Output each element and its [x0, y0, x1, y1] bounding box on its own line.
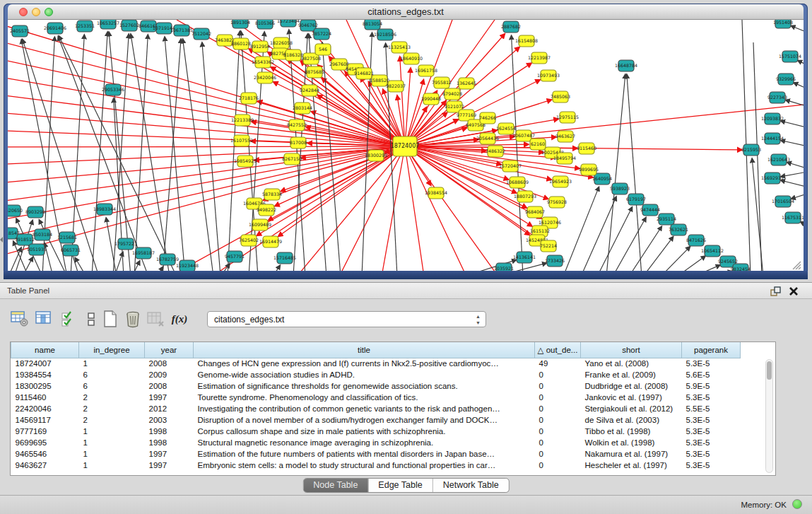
vertical-scrollbar[interactable]	[765, 359, 773, 473]
panel-collapse-arrow-icon[interactable]	[0, 235, 4, 243]
cell: 2003	[145, 414, 194, 426]
cell: 2009	[145, 369, 194, 380]
svg-text:12213987: 12213987	[528, 55, 551, 60]
svg-text:9457791: 9457791	[225, 254, 245, 259]
svg-text:16914479: 16914479	[259, 239, 282, 244]
cell: 49	[535, 358, 581, 369]
table-row[interactable]: 2242004622012Investigating the contribut…	[11, 403, 741, 414]
svg-text:7625402: 7625402	[239, 238, 259, 243]
svg-text:2405571: 2405571	[10, 28, 30, 33]
svg-text:9115460: 9115460	[577, 146, 596, 151]
svg-text:19654923: 19654923	[549, 179, 572, 184]
dropdown-arrows-icon: ▲▼	[476, 313, 481, 326]
svg-text:9051935: 9051935	[27, 247, 47, 252]
svg-text:20691406: 20691406	[44, 25, 66, 30]
resize-grip-icon[interactable]	[793, 262, 801, 269]
svg-text:16107552: 16107552	[230, 138, 253, 143]
table-row[interactable]: 946362711997Embryonic stem cells: a mode…	[11, 460, 741, 471]
column-header-out_de[interactable]: △ out_de...	[535, 342, 581, 358]
cell: 0	[535, 426, 581, 437]
cell: 5.3E-5	[682, 437, 741, 448]
column-header-pagerank[interactable]: pagerank	[682, 342, 741, 358]
svg-text:17016504: 17016504	[772, 199, 794, 204]
table-settings-icon[interactable]	[10, 309, 30, 329]
tab-node-table[interactable]: Node Table	[303, 479, 368, 493]
cell: 1	[79, 460, 145, 471]
table-row[interactable]: 1456911722003Disruption of a novel membe…	[11, 414, 741, 426]
select-all-check-icon[interactable]	[59, 309, 79, 329]
column-header-year[interactable]: year	[145, 342, 194, 358]
network-canvas[interactable]: 2405571206914061253351106532571527602846…	[8, 20, 804, 271]
svg-text:18724007: 18724007	[391, 143, 420, 149]
svg-text:6065731: 6065731	[61, 247, 81, 252]
svg-text:8267150: 8267150	[282, 156, 302, 161]
cell: 14569117	[11, 414, 79, 426]
unselect-rows-icon[interactable]	[82, 309, 102, 329]
tab-edge-table[interactable]: Edge Table	[368, 479, 433, 493]
svg-text:9046762: 9046762	[298, 23, 318, 28]
cell: 2012	[145, 403, 194, 414]
svg-text:16154808: 16154808	[515, 38, 538, 43]
svg-text:7486322: 7486322	[486, 148, 505, 153]
cell: 2	[79, 403, 145, 414]
svg-text:2718176: 2718176	[239, 95, 259, 100]
svg-text:7857224: 7857224	[312, 31, 331, 36]
svg-text:7512042: 7512042	[192, 31, 211, 36]
svg-text:1891304: 1891304	[230, 20, 250, 25]
window-titlebar[interactable]: citations_edges.txt	[8, 4, 804, 20]
cell: 0	[535, 414, 581, 426]
memory-ok-indicator-icon	[792, 499, 802, 509]
cell: 1998	[145, 437, 194, 448]
cell: 0	[535, 448, 581, 460]
table-row[interactable]: 1830029562008Estimation of significance …	[11, 380, 741, 392]
close-panel-icon[interactable]	[788, 286, 799, 297]
table-row[interactable]: 1938455462009Genome-wide association stu…	[11, 369, 741, 380]
svg-text:7485063: 7485063	[551, 94, 570, 99]
svg-text:29053346: 29053346	[102, 87, 124, 92]
svg-text:15723404: 15723404	[277, 20, 300, 23]
column-header-short[interactable]: short	[581, 342, 682, 358]
table-row[interactable]: 911546021997Tourette syndrome. Phenomeno…	[11, 392, 741, 403]
svg-text:8105366: 8105366	[255, 21, 275, 25]
cell: 9465546	[11, 448, 79, 460]
svg-text:9777169: 9777169	[457, 112, 476, 117]
table-row[interactable]: 946554611997Estimation of the future num…	[11, 448, 741, 460]
float-window-icon[interactable]	[770, 286, 781, 297]
table-row[interactable]: 977716911998Corpus callosum shape and si…	[11, 426, 741, 437]
table-header-row[interactable]: namein_degreeyeartitle△ out_de...shortpa…	[11, 342, 741, 358]
svg-text:9242844: 9242844	[300, 88, 319, 93]
svg-text:1733426: 1733426	[545, 258, 565, 263]
column-header-title[interactable]: title	[194, 342, 535, 358]
svg-text:8471626: 8471626	[686, 238, 706, 243]
svg-text:7632621: 7632621	[669, 227, 688, 232]
table-source-dropdown[interactable]: citations_edges.txt ▲▼	[207, 311, 486, 327]
svg-text:817008: 817008	[290, 140, 307, 145]
table-row[interactable]: 969969511998Structural magnetic resonanc…	[11, 437, 741, 448]
function-builder-icon[interactable]: f(x)	[170, 309, 189, 329]
svg-text:18983344: 18983344	[93, 206, 116, 211]
cell: 0	[535, 437, 581, 448]
svg-text:19218506: 19218506	[374, 32, 396, 37]
svg-text:9498222: 9498222	[257, 207, 276, 212]
svg-text:9474444: 9474444	[640, 207, 660, 212]
column-header-name[interactable]: name	[11, 342, 79, 358]
svg-text:16210643: 16210643	[767, 157, 790, 162]
delete-trash-icon[interactable]	[123, 309, 143, 329]
svg-text:10654112: 10654112	[701, 248, 724, 253]
svg-text:1527602: 1527602	[119, 23, 139, 28]
svg-text:62160: 62160	[531, 141, 545, 146]
new-document-icon[interactable]	[100, 309, 120, 329]
svg-text:14136141: 14136141	[513, 255, 536, 259]
column-header-in_degree[interactable]: in_degree	[79, 342, 145, 358]
tab-network-table[interactable]: Network Table	[433, 479, 509, 493]
svg-text:10688609: 10688609	[506, 180, 529, 185]
svg-text:9227343: 9227343	[767, 95, 787, 100]
svg-text:2803144: 2803144	[293, 105, 312, 110]
select-columns-icon[interactable]	[34, 309, 54, 329]
cell: Embryonic stem cells: a model to study s…	[194, 460, 535, 471]
scrollbar-thumb[interactable]	[767, 361, 772, 380]
cell: 0	[535, 403, 581, 414]
table-row[interactable]: 1872400712008Changes of HCN gene express…	[11, 358, 741, 369]
svg-text:9822037: 9822037	[386, 83, 406, 88]
cell: Corpus callosum shape and size in male p…	[194, 426, 535, 437]
